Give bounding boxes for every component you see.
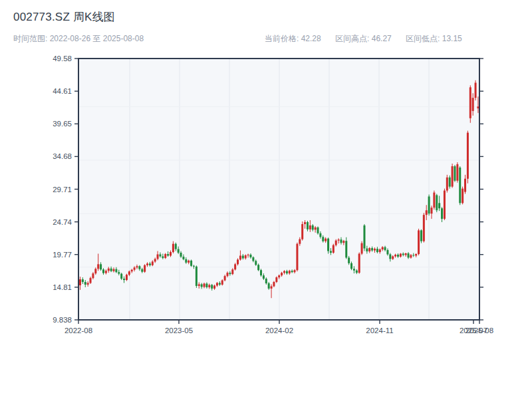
y-tick-label: 39.65 [53,120,72,128]
candlestick-chart: 49.5844.6139.6534.6829.7124.7419.7714.81… [0,0,532,399]
y-tick-label: 44.61 [53,87,72,95]
y-tick-label: 9.838 [53,316,72,324]
y-tick-label: 14.81 [53,283,72,291]
y-tick-label: 34.68 [53,152,72,160]
x-tick-label: 2025-08 [466,327,493,334]
x-tick-label: 2023-05 [165,327,193,334]
y-tick-label: 19.77 [53,251,72,259]
y-tick-label: 49.58 [53,55,72,63]
kline-chart-page: 002773.SZ 周K线图 时间范围: 2022-08-26 至 2025-0… [0,0,532,399]
x-tick-label: 2024-11 [366,327,393,334]
y-tick-label: 29.71 [53,186,72,194]
x-tick-label: 2024-02 [265,327,293,334]
x-axis: 2022-082023-052024-022024-112025-072025-… [65,320,493,334]
y-tick-label: 24.74 [53,218,72,226]
x-tick-label: 2022-08 [65,327,92,334]
